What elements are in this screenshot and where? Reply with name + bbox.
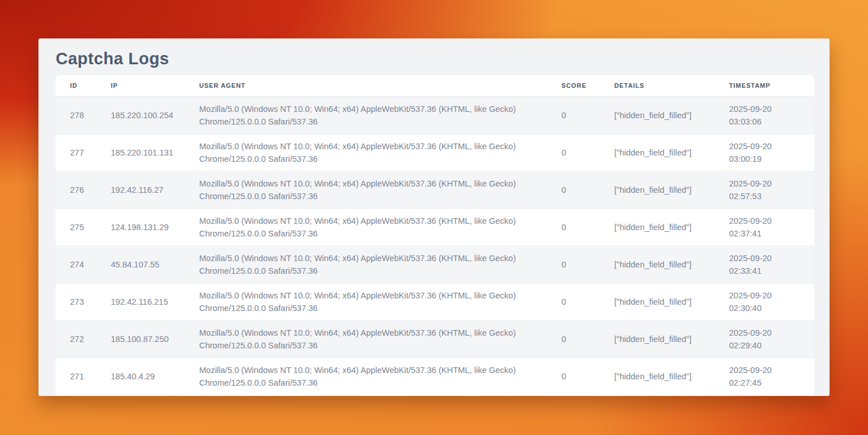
- cell-score: 0: [547, 358, 600, 395]
- column-header-id: ID: [56, 75, 96, 96]
- cell-ip: 192.42.116.27: [96, 171, 185, 208]
- cell-timestamp: 2025-09-20 03:03:06: [715, 96, 814, 134]
- cell-id: 273: [56, 283, 96, 320]
- cell-ip: 185.220.100.254: [96, 96, 185, 134]
- cell-details: ["hidden_field_filled"]: [600, 96, 715, 134]
- cell-timestamp: 2025-09-20 02:29:40: [715, 320, 814, 358]
- logs-table-container: IDIPUSER AGENTSCOREDETAILSTIMESTAMP 2781…: [56, 75, 814, 396]
- cell-details: ["hidden_field_filled"]: [600, 171, 715, 208]
- cell-details: ["hidden_field_filled"]: [600, 283, 715, 320]
- column-header-ip: IP: [96, 75, 185, 96]
- cell-user_agent: Mozilla/5.0 (Windows NT 10.0; Win64; x64…: [185, 171, 547, 208]
- cell-timestamp: 2025-09-20 03:00:19: [715, 134, 814, 171]
- page-title: Captcha Logs: [56, 48, 830, 69]
- cell-timestamp: 2025-09-20 02:30:40: [715, 283, 814, 320]
- column-header-timestamp: TIMESTAMP: [715, 75, 814, 96]
- table-body: 278185.220.100.254Mozilla/5.0 (Windows N…: [56, 96, 814, 395]
- cell-id: 274: [56, 246, 96, 283]
- cell-score: 0: [547, 96, 600, 134]
- cell-ip: 185.40.4.29: [96, 358, 185, 395]
- cell-timestamp: 2025-09-20 02:33:41: [715, 246, 814, 283]
- cell-id: 277: [56, 134, 96, 171]
- cell-ip: 45.84.107.55: [96, 246, 185, 283]
- cell-user_agent: Mozilla/5.0 (Windows NT 10.0; Win64; x64…: [185, 96, 547, 134]
- cell-score: 0: [547, 246, 600, 283]
- column-header-score: SCORE: [547, 75, 600, 96]
- table-row: 276192.42.116.27Mozilla/5.0 (Windows NT …: [56, 171, 814, 208]
- cell-timestamp: 2025-09-20 02:27:45: [715, 358, 814, 395]
- cell-id: 276: [56, 171, 96, 208]
- table-row: 271185.40.4.29Mozilla/5.0 (Windows NT 10…: [56, 358, 814, 395]
- cell-score: 0: [547, 171, 600, 208]
- cell-details: ["hidden_field_filled"]: [600, 358, 715, 395]
- cell-user_agent: Mozilla/5.0 (Windows NT 10.0; Win64; x64…: [185, 320, 547, 358]
- cell-id: 271: [56, 358, 96, 395]
- cell-ip: 192.42.116.215: [96, 283, 185, 320]
- table-row: 278185.220.100.254Mozilla/5.0 (Windows N…: [56, 96, 814, 134]
- cell-details: ["hidden_field_filled"]: [600, 208, 715, 246]
- captcha-logs-card: Captcha Logs IDIPUSER AGENTSCOREDETAILST…: [38, 38, 830, 396]
- cell-user_agent: Mozilla/5.0 (Windows NT 10.0; Win64; x64…: [185, 134, 547, 171]
- cell-ip: 185.100.87.250: [96, 320, 185, 358]
- cell-score: 0: [547, 134, 600, 171]
- column-header-details: DETAILS: [600, 75, 715, 96]
- cell-ip: 124.198.131.29: [96, 208, 185, 246]
- cell-user_agent: Mozilla/5.0 (Windows NT 10.0; Win64; x64…: [185, 208, 547, 246]
- cell-id: 275: [56, 208, 96, 246]
- cell-score: 0: [547, 208, 600, 246]
- cell-details: ["hidden_field_filled"]: [600, 134, 715, 171]
- cell-details: ["hidden_field_filled"]: [600, 320, 715, 358]
- cell-id: 272: [56, 320, 96, 358]
- cell-user_agent: Mozilla/5.0 (Windows NT 10.0; Win64; x64…: [185, 283, 547, 320]
- cell-score: 0: [547, 283, 600, 320]
- cell-user_agent: Mozilla/5.0 (Windows NT 10.0; Win64; x64…: [185, 358, 547, 395]
- column-header-user_agent: USER AGENT: [185, 75, 547, 96]
- cell-score: 0: [547, 320, 600, 358]
- table-row: 273192.42.116.215Mozilla/5.0 (Windows NT…: [56, 283, 814, 320]
- cell-ip: 185.220.101.131: [96, 134, 185, 171]
- cell-details: ["hidden_field_filled"]: [600, 246, 715, 283]
- cell-user_agent: Mozilla/5.0 (Windows NT 10.0; Win64; x64…: [185, 246, 547, 283]
- table-row: 272185.100.87.250Mozilla/5.0 (Windows NT…: [56, 320, 814, 358]
- cell-timestamp: 2025-09-20 02:57:53: [715, 171, 814, 208]
- table-row: 27445.84.107.55Mozilla/5.0 (Windows NT 1…: [56, 246, 814, 283]
- table-row: 277185.220.101.131Mozilla/5.0 (Windows N…: [56, 134, 814, 171]
- table-row: 275124.198.131.29Mozilla/5.0 (Windows NT…: [56, 208, 814, 246]
- cell-timestamp: 2025-09-20 02:37:41: [715, 208, 814, 246]
- table-header-row: IDIPUSER AGENTSCOREDETAILSTIMESTAMP: [56, 75, 814, 96]
- cell-id: 278: [56, 96, 96, 134]
- logs-table: IDIPUSER AGENTSCOREDETAILSTIMESTAMP 2781…: [56, 75, 814, 395]
